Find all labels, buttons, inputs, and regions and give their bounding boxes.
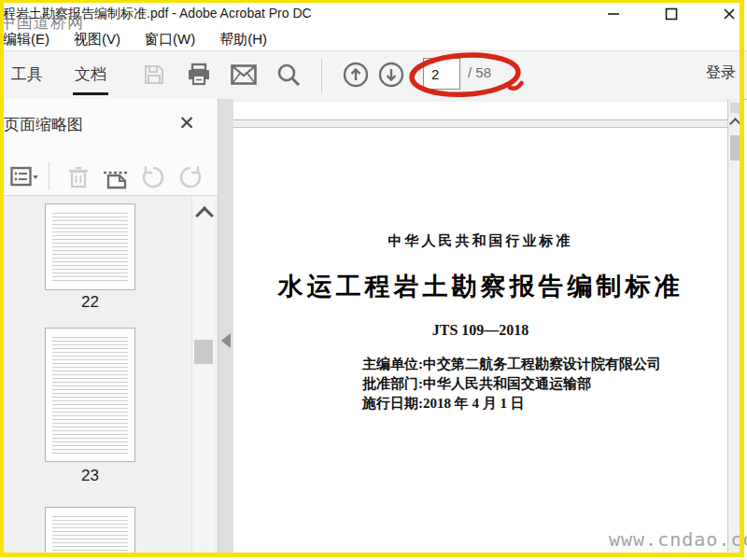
panel-toolbar-divider: [49, 162, 49, 190]
site-watermark-top: 中国道桥网: [0, 12, 84, 34]
doc-info-line: 施行日期:2018 年 4 月 1 日: [362, 394, 661, 413]
split-pages-button[interactable]: [101, 162, 131, 192]
main-toolbar: 工具 文档: [0, 51, 747, 100]
minimize-button[interactable]: [605, 6, 622, 22]
thumbnail-content: [52, 337, 128, 455]
panel-toolbar: [4, 155, 218, 200]
doc-heading-small: 中华人民共和国行业标准: [233, 232, 727, 250]
thumbnail-page-23[interactable]: [45, 328, 135, 462]
rotate-ccw-icon: [141, 165, 165, 189]
doc-standard-number: JTS 109—2018: [233, 322, 727, 339]
search-icon: [276, 63, 301, 87]
close-icon: [723, 7, 736, 21]
toolbar-divider: [321, 59, 322, 92]
doc-info-block: 主编单位:中交第二航务工程勘察设计院有限公司 批准部门:中华人民共和国交通运输部…: [362, 355, 661, 413]
doc-info-line: 主编单位:中交第二航务工程勘察设计院有限公司: [362, 355, 661, 374]
page-1-bottom-edge: [233, 102, 727, 120]
previous-page-button[interactable]: [342, 61, 370, 89]
page-down-icon: [378, 62, 404, 88]
thumbnail-page-22[interactable]: [45, 203, 135, 290]
doc-info-line: 批准部门:中华人民共和国交通运输部: [362, 374, 661, 394]
rotate-cw-icon: [178, 165, 203, 189]
menu-help[interactable]: 帮助(H): [207, 31, 279, 49]
thumbnail-label: 22: [45, 293, 135, 312]
thumbnail-scrollbar-thumb[interactable]: [194, 340, 213, 364]
scroll-up-icon[interactable]: [198, 209, 211, 222]
menu-window[interactable]: 窗口(W): [133, 31, 207, 49]
maximize-icon: [665, 7, 678, 21]
panel-close-button[interactable]: ✕: [174, 110, 200, 136]
page-number-input[interactable]: [423, 58, 460, 90]
document-viewport[interactable]: 中华人民共和国行业标准 水运工程岩土勘察报告编制标准 JTS 109—2018 …: [233, 99, 727, 553]
split-page-icon: [103, 165, 129, 189]
print-icon: [187, 63, 211, 87]
menu-bar: 编辑(E) 视图(V) 窗口(W) 帮助(H): [0, 28, 747, 51]
page-total-label: / 58: [468, 64, 491, 80]
pdf-page-2: 中华人民共和国行业标准 水运工程岩土勘察报告编制标准 JTS 109—2018 …: [233, 127, 727, 553]
close-button[interactable]: [721, 6, 738, 22]
save-button[interactable]: [140, 61, 168, 89]
document-scrollbar-thumb[interactable]: [730, 135, 741, 161]
thumbnail-page-24[interactable]: [45, 507, 135, 553]
rotate-left-button[interactable]: [138, 162, 168, 192]
thumbnail-content: [52, 516, 128, 553]
panel-options-icon: [10, 166, 38, 189]
save-icon: [143, 63, 165, 86]
email-icon: [231, 64, 257, 85]
scroll-up-icon[interactable]: [731, 119, 740, 128]
thumbnail-scrollbar[interactable]: [191, 196, 215, 553]
scrollbar-top-block: [730, 103, 742, 113]
thumbnail-list: 22 23: [4, 196, 218, 553]
collapse-panel-icon[interactable]: [221, 333, 231, 348]
minimize-icon: [607, 7, 620, 21]
rotate-right-button[interactable]: [176, 162, 205, 192]
email-button[interactable]: [230, 61, 258, 89]
search-button[interactable]: [275, 61, 303, 89]
panel-splitter[interactable]: [218, 99, 234, 553]
highlight-frame-bottom: [0, 553, 744, 557]
document-scrollbar[interactable]: [727, 99, 742, 553]
thumbnail-label: 23: [45, 467, 135, 485]
tab-tools[interactable]: 工具: [11, 63, 43, 85]
thumbnails-panel: 页面缩略图 ✕: [4, 99, 218, 553]
delete-pages-button[interactable]: [63, 162, 93, 192]
thumbnail-content: [52, 213, 128, 283]
panel-options-button[interactable]: [9, 162, 39, 192]
panel-title: 页面缩略图: [4, 114, 83, 135]
maximize-button[interactable]: [663, 6, 680, 22]
print-button[interactable]: [185, 61, 213, 89]
doc-title: 水运工程岩土勘察报告编制标准: [233, 270, 727, 303]
site-watermark-bottom: www.cndao.com: [609, 528, 747, 551]
acrobat-window: 程岩土勘察报告编制标准.pdf - Adobe Acrobat Pro DC 中…: [0, 0, 747, 560]
trash-icon: [67, 165, 90, 189]
next-page-button[interactable]: [377, 61, 405, 89]
title-bar: 程岩土勘察报告编制标准.pdf - Adobe Acrobat Pro DC: [0, 0, 747, 28]
tab-document[interactable]: 文档: [75, 63, 106, 85]
sign-in-button[interactable]: 登录: [706, 63, 736, 83]
page-up-icon: [343, 62, 369, 88]
